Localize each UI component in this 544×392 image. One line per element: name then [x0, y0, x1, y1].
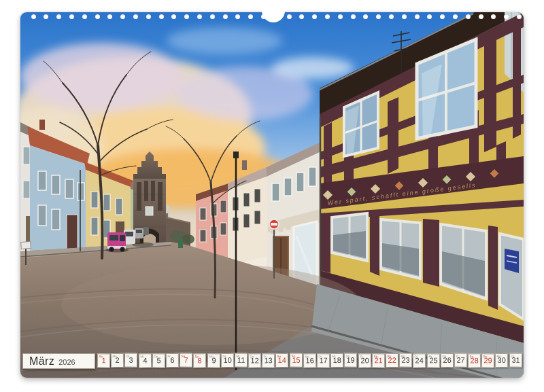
weekday-abbrev: Mi.: [140, 355, 144, 358]
weekday-abbrev: Mi.: [428, 355, 432, 358]
punch-hole: [287, 14, 292, 19]
weekday-abbrev: Mi.: [236, 354, 240, 357]
weekday-abbrev: Fr.: [456, 354, 459, 357]
punch-hole: [235, 14, 240, 19]
wall-calendar-page: Wer spart, schafft eine große gesells: [0, 0, 544, 392]
punch-hole: [69, 14, 74, 19]
punch-hole: [466, 14, 471, 19]
hanger-notch: [262, 0, 285, 22]
punch-hole: [299, 14, 304, 19]
weekday-abbrev: Do.: [442, 355, 447, 358]
weekday-abbrev: So.: [387, 355, 392, 358]
weekday-abbrev: Fr.: [360, 355, 363, 358]
punch-hole: [56, 14, 61, 19]
weekday-abbrev: Mo.: [497, 354, 503, 357]
calendar-day-cell: Sa.7: [180, 353, 192, 368]
weekday-abbrev: Do.: [154, 355, 158, 358]
punch-hole: [427, 14, 432, 19]
calendar-day-cell: Mo.2: [111, 353, 124, 368]
punch-hole: [197, 14, 202, 19]
calendar-day-cell: Mi.4: [138, 353, 152, 368]
punch-hole: [338, 14, 343, 19]
calendar-day-cell: Fr.27: [454, 353, 467, 368]
weekday-abbrev: Di.: [319, 355, 323, 358]
weekday-abbrev: Fr.: [264, 355, 267, 358]
punch-hole: [95, 14, 100, 19]
weekday-abbrev: Sa.: [469, 355, 474, 358]
calendar-day-cell: So.15: [290, 353, 303, 368]
calendar-day-cell: Mi.18: [330, 353, 343, 368]
punch-hole: [248, 14, 253, 19]
calendar-strip: März 2026 So.1Mo.2Di.3Mi.4Do.5Fr.6Sa.7So…: [22, 353, 522, 369]
weekday-abbrev: Mo.: [113, 354, 118, 357]
weekday-abbrev: Fr.: [167, 355, 171, 358]
punch-hole: [159, 14, 164, 19]
calendar-day-cell: So.8: [193, 353, 207, 368]
weekday-abbrev: Di.: [126, 354, 131, 357]
punch-hole: [389, 14, 394, 19]
calendar-day-cell: Mi.25: [426, 353, 440, 368]
weekday-abbrev: So.: [291, 354, 296, 357]
punch-hole: [402, 14, 407, 19]
weekday-abbrev: So.: [483, 355, 488, 358]
weekday-abbrev: Di.: [222, 355, 226, 358]
month-label: März: [29, 354, 54, 368]
punch-hole: [440, 14, 445, 19]
calendar-day-cell: Do.5: [152, 353, 166, 368]
weekday-abbrev: Mi.: [333, 355, 337, 358]
punch-hole: [312, 14, 317, 19]
weekday-abbrev: Di.: [415, 355, 419, 358]
weekday-abbrev: Mo.: [209, 355, 214, 358]
calendar-day-cell: Mo.9: [207, 353, 220, 368]
punch-hole: [107, 14, 112, 19]
day-cells: So.1Mo.2Di.3Mi.4Do.5Fr.6Sa.7So.8Mo.9Di.1…: [97, 353, 522, 368]
utility-box: [178, 239, 183, 248]
punch-hole: [133, 14, 138, 19]
punch-hole: [210, 14, 215, 19]
weekday-abbrev: Sa.: [182, 354, 186, 357]
weekday-abbrev: Do.: [250, 355, 254, 358]
calendar-day-cell: Mo.23: [399, 353, 412, 368]
punch-hole: [223, 14, 228, 19]
calendar-day-cell: Do.19: [344, 353, 357, 368]
punch-hole: [517, 14, 522, 19]
punch-hole: [325, 14, 330, 19]
calendar-day-cell: Sa.14: [275, 353, 288, 368]
calendar-day-cell: Mo.16: [303, 353, 317, 368]
weekday-abbrev: Sa.: [373, 355, 378, 358]
punch-hole: [44, 14, 48, 19]
punch-hole: [120, 14, 125, 19]
weekday-abbrev: Di.: [511, 354, 515, 357]
punch-hole: [376, 14, 381, 19]
weekday-abbrev: Mo.: [305, 355, 310, 358]
calendar-day-cell: So.1: [97, 353, 111, 368]
weekday-abbrev: Do.: [346, 354, 351, 357]
calendar-day-cell: So.29: [481, 353, 495, 368]
calendar-day-cell: Mi.11: [235, 353, 248, 368]
calendar-day-cell: Di.3: [124, 353, 137, 368]
weekday-abbrev: So.: [99, 355, 104, 358]
punch-hole: [351, 14, 356, 19]
calendar-day-cell: Fr.20: [358, 353, 371, 368]
punch-hole: [171, 14, 176, 19]
calendar-day-cell: Mo.30: [495, 353, 508, 368]
punch-hole: [31, 14, 36, 19]
punch-hole: [491, 14, 496, 19]
calendar-photo: Wer spart, schafft eine große gesells: [20, 12, 524, 378]
calendar-day-cell: Sa.21: [372, 353, 386, 368]
punch-hole: [184, 14, 189, 19]
calendar-day-cell: Do.12: [248, 353, 262, 368]
calendar-day-cell: Fr.13: [262, 353, 275, 368]
calendar-day-cell: Di.31: [509, 353, 522, 368]
weekday-abbrev: So.: [195, 355, 200, 358]
punch-hole: [82, 14, 87, 19]
punch-hole: [146, 14, 151, 19]
calendar-day-cell: Di.10: [221, 353, 234, 368]
street-photo: Wer spart, schafft eine große gesells: [20, 12, 524, 378]
weekday-abbrev: Sa.: [277, 355, 282, 358]
calendar-day-cell: Sa.28: [468, 353, 481, 368]
month-box: März 2026: [22, 353, 95, 369]
punch-hole: [415, 14, 420, 19]
calendar-day-cell: Fr.6: [166, 353, 179, 368]
punch-hole: [453, 14, 458, 19]
